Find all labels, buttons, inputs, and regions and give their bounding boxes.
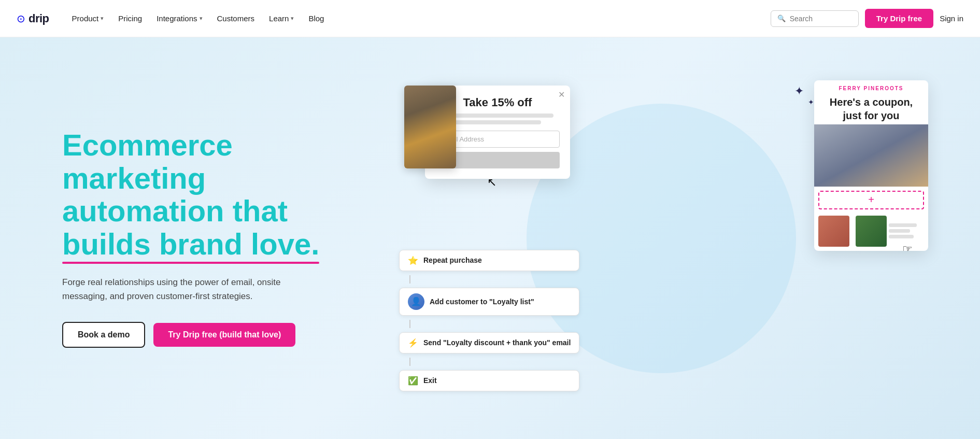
hero-left: Ecommerce marketing automation that buil… <box>62 129 363 348</box>
nav-integrations[interactable]: Integrations ▾ <box>150 10 208 27</box>
nav-blog[interactable]: Blog <box>302 10 330 27</box>
nav-pricing[interactable]: Pricing <box>112 10 148 27</box>
lightning-icon: ⚡ <box>408 338 418 348</box>
avatar: 👤 <box>408 293 424 310</box>
chevron-down-icon: ▾ <box>200 15 203 22</box>
product-thumb-2 <box>856 216 887 247</box>
coupon-title: Here's a coupon, just for you <box>814 93 928 124</box>
clothing-photo-bg <box>404 86 456 168</box>
workflow-connector-3 <box>409 358 410 366</box>
offer-line-1 <box>442 114 553 118</box>
cursor-icon: ↖ <box>487 176 496 189</box>
search-icon: 🔍 <box>777 15 786 22</box>
search-input[interactable] <box>790 15 852 23</box>
hero-headline-underline: builds brand love. <box>62 228 319 261</box>
logo[interactable]: ⊙ drip <box>17 12 49 25</box>
coupon-person-photo <box>814 124 928 187</box>
sign-in-link[interactable]: Sign in <box>940 14 963 23</box>
hero-subtext: Forge real relationships using the power… <box>62 275 311 303</box>
sparkle-small-icon: ✦ <box>808 98 814 106</box>
search-box[interactable]: 🔍 <box>771 10 859 27</box>
logo-text: drip <box>29 12 49 25</box>
workflow-card-exit: ✅ Exit <box>399 370 579 391</box>
workflow-card-email: ⚡ Send "Loyalty discount + thank you" em… <box>399 332 579 353</box>
nav-right: 🔍 Try Drip free Sign in <box>771 9 963 28</box>
nav-customers[interactable]: Customers <box>211 10 261 27</box>
workflow-card-loyalty: 👤 Add customer to "Loyalty list" <box>399 288 579 316</box>
coupon-line-1 <box>889 223 917 227</box>
product-thumb-1 <box>818 216 849 247</box>
hero-illustration: ✦ ✦ ✕ Take 15% off Email Address ↖ FERRY… <box>384 70 939 407</box>
close-icon[interactable]: ✕ <box>558 90 565 100</box>
hero-section: Ecommerce marketing automation that buil… <box>0 37 980 439</box>
brand-name: FERRY PINEROOTS <box>814 80 928 93</box>
plus-icon: + <box>868 194 874 206</box>
coupon-line-3 <box>889 235 914 238</box>
workflow-connector-1 <box>409 275 410 284</box>
coupon-text-lines <box>889 216 924 247</box>
star-icon: ⭐ <box>408 256 418 265</box>
workflow-card-repeat: ⭐ Repeat purchase <box>399 250 579 271</box>
hand-cursor-icon: ☞ <box>902 243 913 251</box>
workflow-connector-2 <box>409 320 410 328</box>
coupon-card: FERRY PINEROOTS Here's a coupon, just fo… <box>814 80 928 251</box>
try-drip-free-button[interactable]: Try Drip free <box>865 9 933 28</box>
navigation: ⊙ drip Product ▾ Pricing Integrations ▾ … <box>0 0 980 37</box>
logo-icon: ⊙ <box>17 12 25 25</box>
coupon-add-area[interactable]: + <box>818 191 924 209</box>
book-demo-button[interactable]: Book a demo <box>62 322 145 348</box>
try-drip-cta-button[interactable]: Try Drip free (build that love) <box>153 323 295 347</box>
hero-buttons: Book a demo Try Drip free (build that lo… <box>62 322 363 348</box>
nav-learn[interactable]: Learn ▾ <box>263 10 300 27</box>
check-icon: ✅ <box>408 376 418 386</box>
chevron-down-icon: ▾ <box>291 15 294 22</box>
nav-product[interactable]: Product ▾ <box>66 10 110 27</box>
hero-headline: Ecommerce marketing automation that buil… <box>62 129 363 261</box>
sparkle-icon: ✦ <box>794 86 804 97</box>
coupon-line-2 <box>889 229 910 233</box>
offer-line-2 <box>454 120 541 124</box>
clothing-photo <box>404 86 456 168</box>
workflow-area: ⭐ Repeat purchase 👤 Add customer to "Loy… <box>399 250 579 391</box>
nav-links: Product ▾ Pricing Integrations ▾ Custome… <box>66 10 771 27</box>
coupon-photo <box>814 124 928 187</box>
chevron-down-icon: ▾ <box>101 15 104 22</box>
